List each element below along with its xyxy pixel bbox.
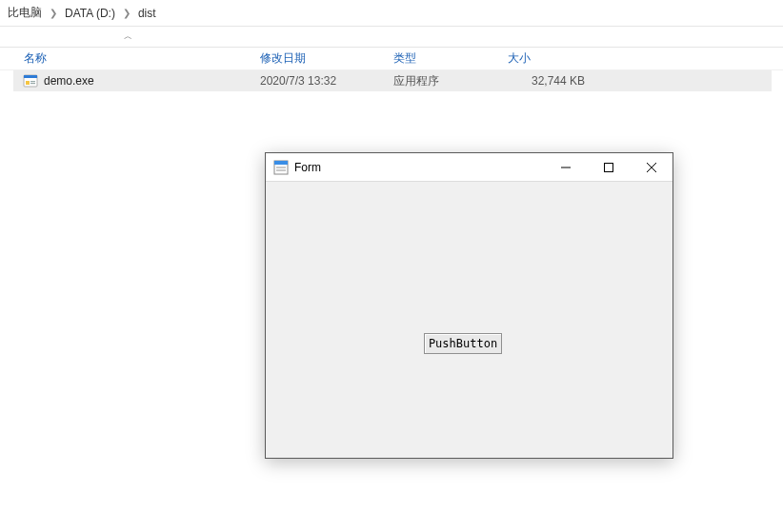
column-header-type[interactable]: 类型	[386, 50, 500, 67]
svg-rect-10	[604, 163, 612, 171]
exe-file-icon	[23, 73, 38, 89]
file-name-label: demo.exe	[44, 74, 94, 88]
svg-rect-8	[276, 169, 286, 171]
file-name-cell[interactable]: demo.exe	[13, 73, 252, 89]
chevron-right-icon: ❯	[117, 8, 136, 18]
chevron-up-icon[interactable]: ︿	[124, 30, 132, 43]
push-button[interactable]: PushButton	[424, 333, 502, 354]
file-list-pane: 名称 修改日期 类型 大小 demo.exe 2020/7/3 13:32 应用…	[0, 48, 783, 91]
breadcrumb-item[interactable]: dist	[136, 7, 158, 20]
svg-rect-6	[274, 161, 288, 165]
svg-rect-2	[26, 81, 30, 85]
app-client-area: PushButton	[266, 182, 673, 458]
svg-rect-1	[24, 75, 37, 78]
file-size-cell: 32,744 KB	[500, 74, 591, 88]
table-row[interactable]: demo.exe 2020/7/3 13:32 应用程序 32,744 KB	[13, 70, 772, 91]
file-date-cell: 2020/7/3 13:32	[252, 74, 386, 88]
toolbar-strip: ︿	[0, 27, 783, 48]
breadcrumb[interactable]: 比电脑 ❯ DATA (D:) ❯ dist	[0, 0, 783, 27]
svg-rect-7	[276, 167, 286, 168]
file-type-cell: 应用程序	[386, 73, 500, 89]
chevron-right-icon: ❯	[44, 8, 63, 18]
titlebar[interactable]: Form	[266, 153, 673, 182]
app-window[interactable]: Form PushButton	[265, 152, 673, 459]
minimize-button[interactable]	[544, 153, 587, 181]
column-header-name[interactable]: 名称	[0, 50, 252, 67]
column-headers[interactable]: 名称 修改日期 类型 大小	[0, 48, 783, 70]
column-header-size[interactable]: 大小	[500, 50, 591, 67]
breadcrumb-item[interactable]: DATA (D:)	[63, 7, 117, 20]
maximize-button[interactable]	[587, 153, 630, 181]
svg-rect-4	[30, 83, 35, 84]
app-icon	[273, 160, 289, 175]
close-button[interactable]	[630, 153, 673, 181]
svg-rect-3	[30, 81, 35, 82]
breadcrumb-item[interactable]: 比电脑	[6, 5, 44, 21]
window-controls	[544, 153, 673, 181]
window-title: Form	[294, 161, 544, 174]
column-header-date[interactable]: 修改日期	[252, 50, 386, 67]
